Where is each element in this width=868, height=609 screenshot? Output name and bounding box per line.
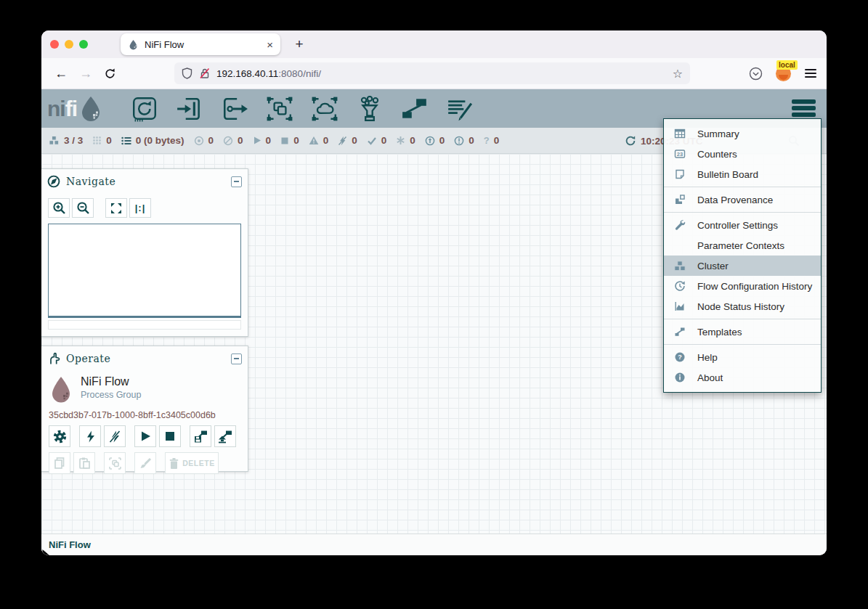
menu-label: Controller Settings [697, 220, 778, 231]
menu-label: Cluster [697, 261, 729, 271]
configuration-button[interactable] [49, 425, 70, 447]
birdseye-view[interactable] [48, 224, 241, 318]
svg-text:?: ? [678, 353, 682, 361]
output-port-component[interactable] [221, 96, 248, 122]
delete-label: DELETE [182, 459, 214, 467]
profile-badge: local [776, 60, 798, 70]
browser-tab[interactable]: NiFi Flow × [121, 33, 280, 55]
create-template-button[interactable] [190, 425, 211, 447]
navigate-palette: Navigate |:| [41, 168, 248, 337]
new-tab-button[interactable]: + [290, 35, 309, 54]
up-to-date-status: 0 [367, 135, 387, 146]
navigate-title: Navigate [66, 176, 231, 187]
active-threads-status: 0 [92, 135, 112, 146]
birdseye-slider[interactable] [48, 320, 241, 330]
disabled-icon [338, 136, 347, 146]
disabled-count: 0 [352, 135, 357, 146]
menu-item-data-provenance[interactable]: Data Provenance [664, 189, 821, 210]
process-group-component[interactable] [266, 96, 293, 122]
close-window-button[interactable] [50, 40, 59, 49]
hand-icon [47, 352, 60, 365]
menu-item-templates[interactable]: Templates [664, 322, 821, 342]
menu-label: Counters [697, 149, 737, 160]
zoom-fit-button[interactable] [105, 198, 127, 218]
menu-item-controller-settings[interactable]: Controller Settings [664, 215, 821, 235]
disable-button[interactable] [104, 425, 126, 447]
template-component[interactable] [401, 96, 429, 122]
browser-menu-icon[interactable] [805, 69, 816, 78]
close-tab-icon[interactable]: × [267, 38, 273, 51]
summary-icon [673, 128, 686, 139]
tab-bar: NiFi Flow × + [41, 30, 827, 58]
reload-button[interactable] [104, 68, 116, 80]
process-group-drop-icon [49, 375, 73, 404]
input-port-component[interactable] [176, 96, 203, 122]
url-bar[interactable]: 192.168.40.11:8080/nifi/ ☆ [174, 62, 690, 84]
nifi-logo: nifi [47, 95, 103, 123]
operate-collapse-button[interactable] [231, 353, 242, 364]
desktop: NiFi Flow × + ← → 192.168.40.11:8080/nif… [0, 0, 868, 609]
enable-button[interactable] [79, 425, 101, 447]
not-transmitting-count: 0 [238, 135, 243, 146]
transmitting-count: 0 [208, 135, 214, 146]
shield-icon[interactable] [182, 68, 192, 79]
stale-status: 0 [425, 135, 445, 146]
funnel-component[interactable] [356, 96, 384, 122]
refresh-icon[interactable] [625, 135, 636, 147]
logo-ni: ni [47, 97, 65, 121]
locally-modified-and-stale-count: 0 [469, 135, 474, 146]
zoom-in-button[interactable] [48, 198, 70, 218]
upload-template-button[interactable] [214, 425, 236, 447]
menu-item-bulletin-board[interactable]: Bulletin Board [664, 164, 821, 184]
delete-button: DELETE [165, 452, 219, 474]
bookmark-star-icon[interactable]: ☆ [673, 67, 683, 81]
url-text[interactable]: 192.168.40.11:8080/nifi/ [216, 68, 673, 79]
menu-item-node-status-history[interactable]: Node Status History [664, 296, 821, 316]
zoom-window-button[interactable] [79, 40, 88, 49]
navigate-collapse-button[interactable] [231, 176, 242, 187]
threads-icon [92, 136, 102, 145]
menu-item-summary[interactable]: Summary [664, 123, 821, 144]
label-component[interactable] [446, 96, 474, 122]
pocket-icon[interactable] [749, 67, 763, 81]
breadcrumb-bar: NiFi Flow [41, 534, 827, 555]
profile-avatar[interactable]: local [776, 65, 792, 81]
compass-icon [47, 175, 60, 188]
data-provenance-icon [673, 194, 686, 205]
nifi-favicon [128, 39, 139, 50]
stop-button[interactable] [159, 425, 181, 447]
svg-text:23: 23 [677, 151, 683, 158]
node-status-history-icon [673, 301, 686, 312]
processor-component[interactable] [131, 96, 158, 122]
menu-item-flow-configuration-history[interactable]: Flow Configuration History [664, 276, 821, 296]
menu-label: Templates [697, 327, 742, 338]
zoom-out-button[interactable] [72, 198, 94, 218]
back-button[interactable]: ← [54, 66, 68, 81]
breadcrumb-root[interactable]: NiFi Flow [49, 539, 91, 550]
remote-process-group-component[interactable] [311, 96, 338, 122]
menu-item-about[interactable]: About [664, 367, 821, 388]
flow-configuration-history-icon [673, 280, 686, 292]
menu-item-parameter-contexts[interactable]: Parameter Contexts [664, 235, 821, 256]
up-to-date-count: 0 [381, 135, 387, 146]
insecure-lock-icon[interactable] [199, 68, 211, 79]
flow-type: Process Group [81, 390, 141, 400]
running-count: 0 [266, 135, 272, 146]
global-menu-button[interactable] [792, 99, 816, 117]
url-host: 192.168.40.11 [216, 68, 278, 79]
zoom-actual-size-button[interactable]: |:| [129, 198, 151, 218]
navigate-header[interactable]: Navigate [41, 169, 248, 194]
menu-item-help[interactable]: ? Help [664, 347, 821, 367]
menu-item-counters[interactable]: 23 Counters [664, 144, 821, 164]
up-to-date-icon [367, 136, 377, 145]
start-button[interactable] [134, 425, 156, 447]
locally-modified-and-stale-icon [454, 136, 464, 146]
operate-header[interactable]: Operate [41, 346, 248, 371]
menu-label: Flow Configuration History [697, 281, 812, 292]
stopped-status: 0 [280, 135, 299, 146]
transmitting-status: 0 [194, 135, 214, 146]
copy-button [49, 452, 70, 474]
menu-item-cluster[interactable]: Cluster [664, 256, 821, 276]
url-path: :8080/nifi/ [278, 68, 321, 79]
minimize-window-button[interactable] [65, 40, 73, 49]
